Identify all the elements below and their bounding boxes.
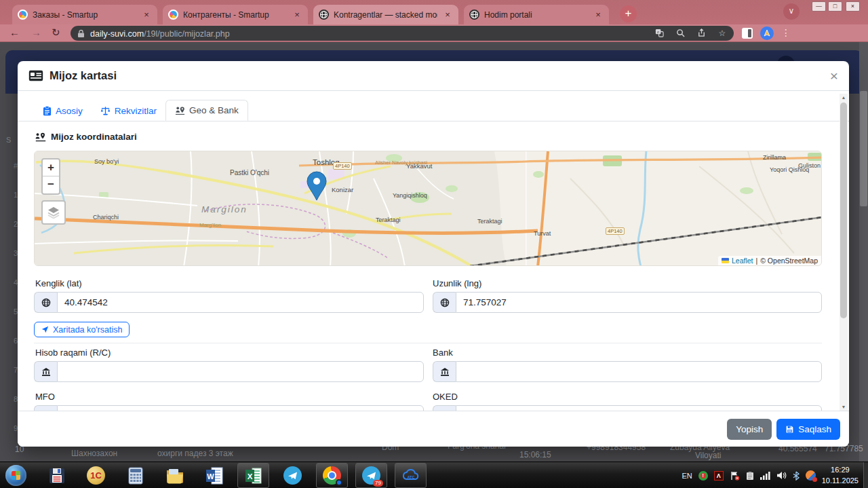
- lat-input-group: [34, 292, 424, 313]
- zoom-in-button[interactable]: +: [43, 159, 59, 176]
- telegram-unread-badge: 79: [373, 480, 383, 487]
- tab-close-icon[interactable]: ×: [593, 10, 604, 20]
- map-label: Margilon: [201, 204, 248, 214]
- profile-avatar[interactable]: [760, 26, 774, 40]
- taskbar-item-files[interactable]: [159, 463, 191, 488]
- new-tab-button[interactable]: +: [620, 5, 637, 22]
- bg-cell: охирги падез 3 этаж: [157, 449, 233, 458]
- reload-button[interactable]: ↻: [52, 26, 60, 39]
- adobe-reader-tray-icon[interactable]: Λ: [714, 471, 724, 481]
- taskbar-item-excel[interactable]: X: [237, 463, 269, 488]
- tab-close-icon[interactable]: ×: [141, 10, 152, 20]
- page-scrollbar-thumb[interactable]: [860, 91, 867, 206]
- network-signal-icon[interactable]: [760, 471, 770, 480]
- tab-geo-bank[interactable]: Geo & Bank: [165, 100, 248, 121]
- show-on-map-button[interactable]: Xaritada ko'rsatish: [34, 322, 130, 337]
- window-close-button[interactable]: ×: [846, 1, 860, 12]
- 1c-icon: 1С: [87, 466, 105, 485]
- browser-tab-kontragenty[interactable]: Контрагенты - Smartup ×: [163, 5, 308, 24]
- bank-input[interactable]: [456, 361, 822, 382]
- translate-icon[interactable]: a: [654, 29, 664, 38]
- tab-title: Hodim portali: [484, 10, 588, 20]
- folder-icon: [165, 468, 184, 484]
- lock-icon: [77, 29, 85, 38]
- window-minimize-button[interactable]: —: [812, 1, 826, 12]
- map-pin-icon: [175, 106, 185, 115]
- modal-scrollbar[interactable]: ▲ ▼: [840, 94, 848, 411]
- modal-title: Mijoz kartasi: [50, 69, 117, 82]
- map-label: Yangiqishloq: [393, 192, 427, 199]
- scroll-up-icon[interactable]: ▲: [840, 95, 848, 100]
- close-button-label: Yopish: [736, 424, 763, 434]
- lat-input[interactable]: [57, 292, 424, 313]
- back-button[interactable]: ←: [9, 26, 20, 38]
- map-label: Marg'ilon: [199, 222, 221, 228]
- scroll-down-icon[interactable]: ▼: [840, 405, 848, 409]
- oked-input[interactable]: [456, 405, 822, 411]
- action-center-flag-icon[interactable]: [730, 471, 740, 481]
- address-bar[interactable]: daily-suvi.com/19l/public/mijozlar.php a…: [71, 26, 734, 41]
- tab-asosiy[interactable]: Asosiy: [34, 101, 92, 121]
- zoom-search-icon[interactable]: [675, 29, 685, 38]
- antivirus-tray-icon[interactable]: !: [698, 471, 708, 481]
- taskbar-item-1c[interactable]: 1С: [80, 463, 112, 488]
- taskbar-item-atc[interactable]: ATC: [395, 463, 427, 488]
- lng-input[interactable]: [456, 292, 822, 313]
- chrome-profile-badge: [336, 479, 342, 486]
- tab-close-icon[interactable]: ×: [292, 10, 302, 20]
- globe-icon: [433, 292, 456, 313]
- bank-input-group: [433, 361, 822, 382]
- bg-col-header: S: [6, 136, 11, 144]
- map-label: Teraktagi: [477, 218, 502, 225]
- taskbar-item-chrome[interactable]: [316, 463, 348, 488]
- side-panel-icon[interactable]: [742, 28, 753, 39]
- send-icon: [41, 326, 49, 333]
- show-desktop-button[interactable]: [863, 462, 868, 488]
- window-restore-button[interactable]: □: [828, 1, 842, 12]
- mfo-input[interactable]: [57, 405, 424, 411]
- globe-favicon: [469, 10, 479, 20]
- volume-icon[interactable]: [776, 471, 787, 480]
- close-modal-button[interactable]: Yopish: [727, 419, 772, 440]
- zoom-out-button[interactable]: −: [43, 176, 59, 193]
- modal-header: Mijoz kartasi ×: [18, 61, 849, 91]
- modal-close-icon[interactable]: ×: [830, 69, 838, 83]
- leaflet-link[interactable]: Leaflet: [732, 257, 753, 265]
- taskbar-item-telegram[interactable]: [277, 463, 309, 488]
- clock[interactable]: 16:29 10.11.2025: [822, 465, 859, 486]
- browser-menu-icon[interactable]: ⋮: [781, 27, 791, 38]
- osm-link[interactable]: © OpenStreetMap: [760, 257, 818, 265]
- bookmark-star-icon[interactable]: ☆: [717, 29, 727, 38]
- map-label: Teraktagi: [376, 217, 401, 223]
- tab-search-chevron-icon[interactable]: ∨: [783, 3, 800, 20]
- save-button[interactable]: Saqlash: [776, 419, 840, 440]
- tab-rekvizitlar[interactable]: Rekvizitlar: [92, 101, 165, 121]
- taskbar-item-word[interactable]: W: [198, 463, 230, 488]
- section-divider: [34, 343, 822, 343]
- page-scrollbar[interactable]: [859, 42, 868, 462]
- taskbar-item-floppy-app[interactable]: [41, 463, 73, 488]
- browser-tab-kontragentlar-active[interactable]: Kontragentlar — stacked modal ( ×: [313, 5, 458, 24]
- map-label: Turvat: [534, 230, 551, 237]
- share-icon[interactable]: [696, 29, 706, 38]
- forward-button[interactable]: →: [31, 26, 41, 38]
- save-floppy-icon: [785, 425, 794, 434]
- browser-tab-zakazy[interactable]: Заказы - Smartup ×: [12, 5, 157, 24]
- leaflet-map[interactable]: Soy bo'yi Pastki O'qchi Chariqchi Margil…: [34, 151, 822, 266]
- start-button[interactable]: [5, 465, 26, 486]
- clipboard-icon: [43, 106, 52, 116]
- browser-tab-hodim[interactable]: Hodim portali ×: [464, 5, 609, 24]
- clipboard-tray-icon[interactable]: [746, 471, 754, 481]
- tab-close-icon[interactable]: ×: [442, 10, 453, 20]
- account-input[interactable]: [57, 361, 424, 382]
- language-indicator[interactable]: EN: [682, 472, 692, 480]
- map-label: Guliston: [798, 162, 821, 169]
- taskbar-item-calculator[interactable]: [119, 463, 151, 488]
- modal-scrollbar-thumb[interactable]: [840, 102, 847, 318]
- messenger-tray-icon[interactable]: [806, 470, 816, 481]
- bluetooth-icon[interactable]: [793, 471, 800, 481]
- save-button-label: Saqlash: [798, 424, 831, 434]
- taskbar-item-telegram-2[interactable]: 79: [355, 463, 387, 488]
- url-path: /19l/public/mijozlar.php: [144, 29, 229, 39]
- map-layers-button[interactable]: [41, 200, 66, 225]
